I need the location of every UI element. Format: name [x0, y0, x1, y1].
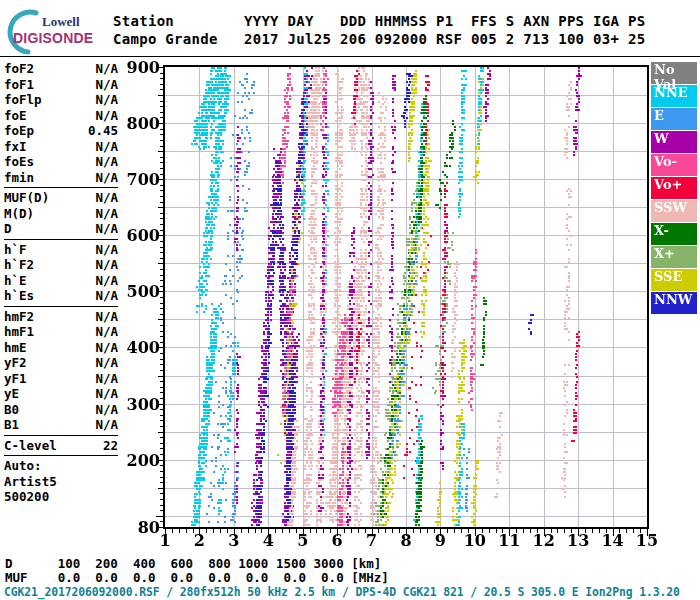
- y-tick-300: 300: [118, 395, 160, 414]
- param-row-foEs: foEsN/A: [4, 154, 118, 170]
- x-tick-6: 6: [322, 531, 352, 550]
- parameter-panel: foF2N/AfoF1N/AfoFlpN/AfoEN/AfoEp0.45fxIN…: [4, 61, 118, 505]
- y-tick-600: 600: [118, 226, 160, 245]
- x-tick-2: 2: [184, 531, 214, 550]
- x-tick-3: 3: [219, 531, 249, 550]
- x-tick-11: 11: [494, 531, 524, 550]
- lowell-digisonde-logo: Lowell DIGISONDE: [6, 8, 111, 54]
- logo-digisonde-text: DIGISONDE: [13, 30, 93, 46]
- x-tick-9: 9: [425, 531, 455, 550]
- param-value-C-level: 22: [103, 438, 118, 454]
- x-tick-1: 1: [150, 531, 180, 550]
- param-row-foF2: foF2N/A: [4, 61, 118, 77]
- param-label-B1: B1: [4, 417, 19, 433]
- legend-item-W: W: [651, 131, 697, 153]
- param-group-divider: [4, 455, 118, 456]
- header-labels-row: Station YYYY DAY DDD HHMMSS P1 FFS S AXN…: [113, 13, 645, 29]
- param-label-hmE: hmE: [4, 340, 27, 356]
- param-row-hmE: hmEN/A: [4, 340, 118, 356]
- param-row-h`E: h`EN/A: [4, 273, 118, 289]
- param-row-hmF1: hmF1N/A: [4, 324, 118, 340]
- param-label-fxI: fxI: [4, 139, 27, 155]
- legend-item-NNE: NNE: [651, 85, 697, 107]
- y-tick-800: 800: [118, 114, 160, 133]
- param-value-h`Es: N/A: [95, 288, 118, 304]
- status-bar: CGK21_2017206092000.RSF / 280fx512h 50 k…: [4, 585, 680, 599]
- param-row-hmF2: hmF2N/A: [4, 309, 118, 325]
- param-label-B0: B0: [4, 402, 19, 418]
- legend-item-Vo+: Vo+: [651, 177, 697, 199]
- param-label-foFlp: foFlp: [4, 92, 42, 108]
- param-row-h`Es: h`EsN/A: [4, 288, 118, 304]
- doppler-direction-legend: No ValNNEEWVo-Vo+SSWX-X+SSENNW: [651, 62, 697, 315]
- legend-item-E: E: [651, 108, 697, 130]
- param-row-D: DN/A: [4, 221, 118, 237]
- y-tick-200: 200: [118, 451, 160, 470]
- param-row-C-level: C-level22: [4, 438, 118, 454]
- param-value-hmE: N/A: [95, 340, 118, 356]
- x-tick-12: 12: [529, 531, 559, 550]
- param-row-h`F2: h`F2N/A: [4, 257, 118, 273]
- param-label-fmin: fmin: [4, 170, 34, 186]
- param-footer-2: 500200: [4, 489, 118, 505]
- x-tick-15: 15: [632, 531, 662, 550]
- param-value-yF2: N/A: [95, 355, 118, 371]
- param-row-foE: foEN/A: [4, 108, 118, 124]
- param-group-divider: [4, 435, 118, 436]
- param-row-MUF(D): MUF(D)N/A: [4, 190, 118, 206]
- param-label-M(D): M(D): [4, 206, 34, 222]
- param-value-foEp: 0.45: [88, 123, 118, 139]
- y-tick-400: 400: [118, 338, 160, 357]
- digisonde-ionogram-window: Lowell DIGISONDE Station YYYY DAY DDD HH…: [0, 0, 700, 600]
- param-label-h`E: h`E: [4, 273, 27, 289]
- param-label-foEp: foEp: [4, 123, 34, 139]
- param-value-foF1: N/A: [95, 77, 118, 93]
- x-tick-8: 8: [391, 531, 421, 550]
- legend-item-SSW: SSW: [651, 200, 697, 222]
- param-label-h`Es: h`Es: [4, 288, 34, 304]
- param-row-B0: B0N/A: [4, 402, 118, 418]
- param-value-B1: N/A: [95, 417, 118, 433]
- x-tick-4: 4: [253, 531, 283, 550]
- param-label-h`F: h`F: [4, 242, 27, 258]
- param-row-foFlp: foFlpN/A: [4, 92, 118, 108]
- y-tick-900: 900: [118, 58, 160, 77]
- param-value-foF2: N/A: [95, 61, 118, 77]
- param-label-MUF(D): MUF(D): [4, 190, 49, 206]
- param-label-hmF2: hmF2: [4, 309, 34, 325]
- param-value-foFlp: N/A: [95, 92, 118, 108]
- param-group-divider: [4, 306, 118, 307]
- param-value-B0: N/A: [95, 402, 118, 418]
- y-tick-500: 500: [118, 282, 160, 301]
- param-value-h`F: N/A: [95, 242, 118, 258]
- param-row-M(D): M(D)N/A: [4, 206, 118, 222]
- x-tick-13: 13: [563, 531, 593, 550]
- param-value-h`E: N/A: [95, 273, 118, 289]
- legend-item-NNW: NNW: [651, 292, 697, 314]
- param-value-foE: N/A: [95, 108, 118, 124]
- param-label-yF2: yF2: [4, 355, 27, 371]
- param-row-fxI: fxIN/A: [4, 139, 118, 155]
- legend-item-SSE: SSE: [651, 269, 697, 291]
- param-value-hmF1: N/A: [95, 324, 118, 340]
- param-value-D: N/A: [95, 221, 118, 237]
- param-label-hmF1: hmF1: [4, 324, 34, 340]
- param-value-hmF2: N/A: [95, 309, 118, 325]
- param-label-yE: yE: [4, 386, 19, 402]
- param-row-h`F: h`FN/A: [4, 242, 118, 258]
- param-value-fmin: N/A: [95, 170, 118, 186]
- param-value-yF1: N/A: [95, 371, 118, 387]
- legend-item-X-: X-: [651, 223, 697, 245]
- param-footer-0: Auto:: [4, 458, 118, 474]
- header-values-row: Campo Grande 2017 Jul25 206 092000 RSF 0…: [113, 31, 645, 47]
- y-tick-700: 700: [118, 170, 160, 189]
- param-footer-1: Artist5: [4, 474, 118, 490]
- param-row-B1: B1N/A: [4, 417, 118, 433]
- legend-item-NoVal: No Val: [651, 62, 697, 84]
- x-tick-7: 7: [357, 531, 387, 550]
- ionogram-plot-canvas: [130, 55, 670, 555]
- param-group-divider: [4, 187, 118, 188]
- param-label-foF1: foF1: [4, 77, 34, 93]
- muf-row: MUF 0.0 0.0 0.0 0.0 0.0 0.0 0.0 0.0 [MHz…: [5, 570, 389, 585]
- x-tick-14: 14: [598, 531, 628, 550]
